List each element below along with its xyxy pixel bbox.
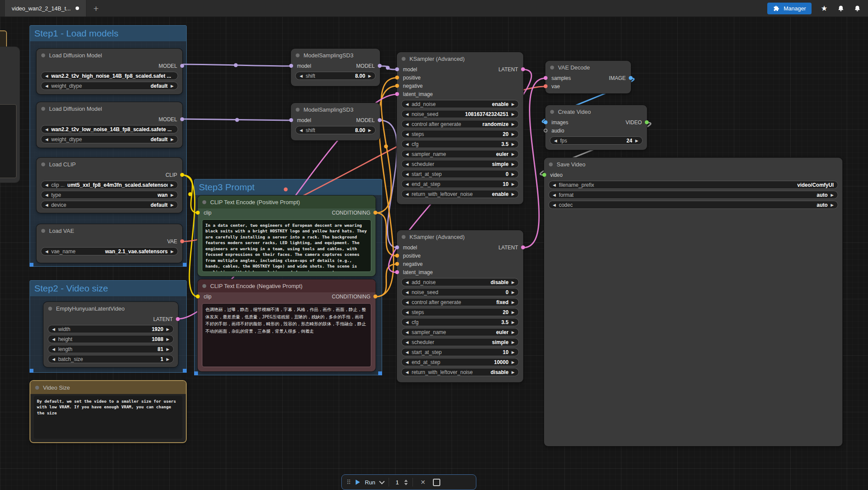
widget-sampler-name[interactable]: ◀sampler_nameeuler▶ (401, 328, 519, 336)
stop-icon[interactable] (433, 479, 440, 486)
input-port-samples[interactable] (544, 76, 548, 80)
widget-add-noise[interactable]: ◀add_noisedisable▶ (401, 278, 519, 286)
widget-left-arrow-icon[interactable]: ◀ (406, 152, 409, 156)
input-port-clip[interactable] (196, 295, 200, 298)
node-titlebar[interactable]: ModelSamplingSD3 (291, 49, 380, 62)
widget-left-arrow-icon[interactable]: ◀ (553, 183, 556, 187)
widget-return-with-leftover-noise[interactable]: ◀return_with_leftover_noisedisable▶ (401, 368, 519, 376)
node-titlebar[interactable]: KSampler (Advanced) (397, 52, 523, 65)
node-save-video[interactable]: Save Videovideo◀filename_prefixvideo/Com… (544, 158, 842, 446)
output-port-CLIP[interactable] (180, 173, 184, 177)
widget-left-arrow-icon[interactable]: ◀ (406, 300, 409, 305)
widget-right-arrow-icon[interactable]: ▶ (512, 112, 515, 116)
input-port-latent_image[interactable] (395, 92, 399, 96)
bell-icon-2[interactable] (853, 4, 861, 12)
widget-left-arrow-icon[interactable]: ◀ (406, 182, 409, 186)
node-titlebar[interactable]: Save Video (544, 158, 842, 171)
widget-vae-name[interactable]: ◀vae_namewan_2.1_vae.safetensors▶ (41, 247, 178, 255)
input-port-model[interactable] (395, 245, 399, 249)
widget-right-arrow-icon[interactable]: ▶ (512, 192, 515, 196)
widget-right-arrow-icon[interactable]: ▶ (512, 300, 515, 305)
widget-left-arrow-icon[interactable]: ◀ (45, 193, 48, 197)
batch-count-stepper[interactable] (404, 480, 408, 485)
node-titlebar[interactable]: ModelSamplingSD3 (291, 103, 380, 116)
widget-left-arrow-icon[interactable]: ◀ (45, 74, 48, 78)
widget-left-arrow-icon[interactable]: ◀ (406, 280, 409, 285)
widget-right-arrow-icon[interactable]: ▶ (171, 203, 174, 207)
node-load-diffusion-low[interactable]: Load Diffusion ModelMODEL◀wan2.2_t2v_low… (36, 102, 182, 148)
widget-left-arrow-icon[interactable]: ◀ (406, 290, 409, 295)
widget-left-arrow-icon[interactable]: ◀ (406, 102, 409, 106)
widget-right-arrow-icon[interactable]: ▶ (512, 152, 515, 156)
widget-codec[interactable]: ◀codecauto▶ (548, 201, 838, 209)
widget-right-arrow-icon[interactable]: ▶ (171, 193, 174, 197)
widget-value[interactable]: ◀wan2.2_t2v_high_noise_14B_fp8_scaled.sa… (41, 72, 178, 80)
widget-right-arrow-icon[interactable]: ▶ (512, 290, 515, 295)
widget-right-arrow-icon[interactable]: ▶ (171, 137, 174, 142)
widget-start-at-step[interactable]: ◀start_at_step10▶ (401, 348, 519, 356)
new-workflow-button[interactable]: + (93, 4, 99, 13)
widget-control-after-generate[interactable]: ◀control after generatefixed▶ (401, 298, 519, 306)
widget-fps[interactable]: ◀fps24▶ (550, 136, 643, 145)
input-port-clip[interactable] (196, 211, 200, 215)
widget-right-arrow-icon[interactable]: ▶ (171, 84, 174, 88)
widget-right-arrow-icon[interactable]: ▶ (512, 320, 515, 324)
widget-right-arrow-icon[interactable]: ▶ (512, 172, 515, 176)
output-port-CONDITIONING[interactable] (373, 211, 377, 215)
widget-clip-[interactable]: ◀clip ...umt5_xxl_fp8_e4m3fn_scaled.safe… (41, 181, 178, 189)
widget-noise-seed[interactable]: ◀noise_seed108163742324251▶ (401, 110, 519, 118)
widget-weight-dtype[interactable]: ◀weight_dtypedefault▶ (41, 135, 178, 143)
cancel-icon[interactable]: ✕ (420, 479, 426, 486)
widget-length[interactable]: ◀length81▶ (48, 345, 174, 353)
widget-right-arrow-icon[interactable]: ▶ (512, 310, 515, 315)
widget-format[interactable]: ◀formatauto▶ (548, 191, 838, 199)
widget-left-arrow-icon[interactable]: ◀ (406, 370, 409, 374)
input-port-vae[interactable] (544, 84, 548, 88)
input-port-model[interactable] (395, 67, 399, 71)
widget-cfg[interactable]: ◀cfg3.5▶ (401, 318, 519, 326)
widget-steps[interactable]: ◀steps20▶ (401, 308, 519, 316)
node-model-sampling-2[interactable]: ModelSamplingSD3modelMODEL◀shift8.00▶ (291, 103, 380, 140)
widget-left-arrow-icon[interactable]: ◀ (406, 122, 409, 126)
node-titlebar[interactable]: Load CLIP (36, 158, 182, 171)
output-port-VIDEO[interactable] (645, 120, 649, 124)
widget-add-noise[interactable]: ◀add_noiseenable▶ (401, 100, 519, 108)
input-port-positive[interactable] (395, 254, 399, 258)
widget-type[interactable]: ◀typewan▶ (41, 191, 178, 199)
widget-right-arrow-icon[interactable]: ▶ (831, 203, 834, 207)
widget-right-arrow-icon[interactable]: ▶ (512, 162, 515, 166)
widget-height[interactable]: ◀height1088▶ (48, 335, 174, 343)
widget-right-arrow-icon[interactable]: ▶ (171, 183, 174, 187)
widget-left-arrow-icon[interactable]: ◀ (406, 350, 409, 354)
widget-filename-prefix[interactable]: ◀filename_prefixvideo/ComfyUI (548, 181, 838, 189)
input-port-negative[interactable] (395, 84, 399, 88)
widget-left-arrow-icon[interactable]: ◀ (406, 192, 409, 196)
widget-right-arrow-icon[interactable]: ▶ (368, 74, 371, 78)
workflow-tab[interactable]: video_wan2_2_14B_t... (4, 0, 86, 17)
widget-left-arrow-icon[interactable]: ◀ (554, 139, 557, 143)
output-port-IMAGE[interactable] (629, 76, 633, 80)
text-widget[interactable]: 色调艳丽，过曝，静态，细节模糊不清，字幕，风格，作品，画作，画面，静止，整体发灰… (202, 303, 371, 367)
widget-right-arrow-icon[interactable]: ▶ (512, 340, 515, 344)
play-icon[interactable] (356, 480, 360, 485)
widget-right-arrow-icon[interactable]: ▶ (512, 122, 515, 126)
widget-width[interactable]: ◀width1920▶ (48, 325, 174, 333)
widget-right-arrow-icon[interactable]: ▶ (166, 357, 169, 361)
node-titlebar[interactable]: Load VAE (36, 224, 182, 237)
widget-left-arrow-icon[interactable]: ◀ (406, 320, 409, 324)
node-ksampler-2[interactable]: KSampler (Advanced)modelLATENTpositivene… (397, 230, 523, 382)
output-port-LATENT[interactable] (176, 317, 180, 321)
widget-weight-dtype[interactable]: ◀weight_dtypedefault▶ (41, 82, 178, 90)
widget-left-arrow-icon[interactable]: ◀ (52, 327, 55, 331)
node-titlebar[interactable]: VAE Decode (545, 61, 631, 74)
input-port-images[interactable] (544, 120, 548, 124)
widget-right-arrow-icon[interactable]: ▶ (512, 280, 515, 285)
widget-end-at-step[interactable]: ◀end_at_step10000▶ (401, 358, 519, 366)
widget-left-arrow-icon[interactable]: ◀ (45, 137, 48, 142)
widget-batch-size[interactable]: ◀batch_size1▶ (48, 355, 174, 363)
widget-right-arrow-icon[interactable]: ▶ (831, 193, 834, 197)
widget-return-with-leftover-noise[interactable]: ◀return_with_leftover_noiseenable▶ (401, 190, 519, 198)
widget-left-arrow-icon[interactable]: ◀ (553, 193, 556, 197)
node-titlebar[interactable]: CLIP Text Encode (Negative Prompt) (198, 279, 376, 292)
widget-control-after-generate[interactable]: ◀control after generaterandomize▶ (401, 120, 519, 128)
